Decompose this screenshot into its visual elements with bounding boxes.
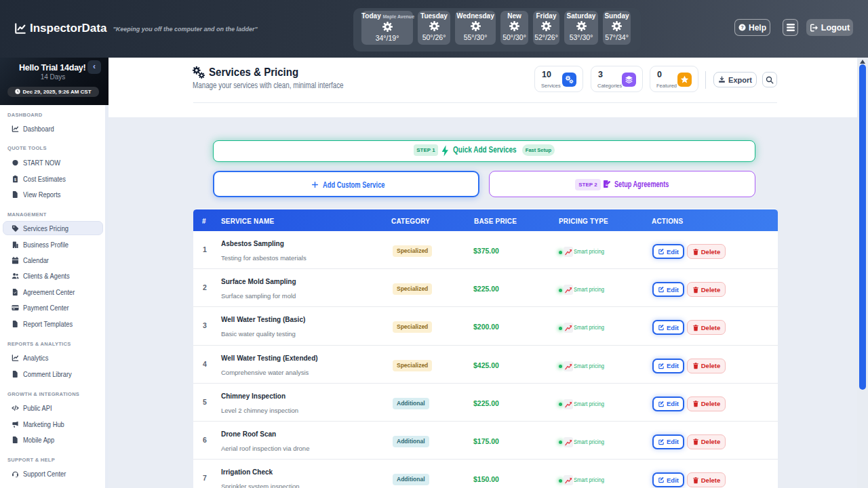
svg-text:$: $ (14, 177, 16, 181)
svg-text:?: ? (741, 25, 743, 30)
